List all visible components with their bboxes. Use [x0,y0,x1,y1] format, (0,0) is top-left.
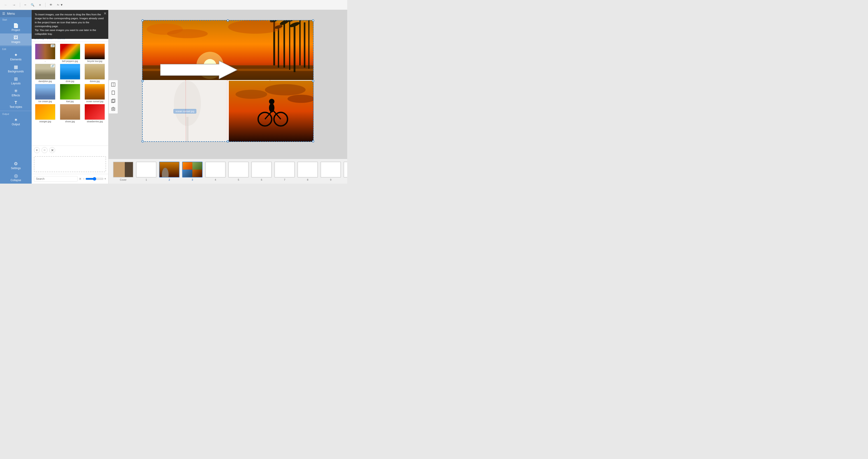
sidebar-item-backgrounds-label: Backgrounds [8,70,24,73]
page-thumb-9[interactable]: 9 [320,162,341,181]
zoom-minus[interactable]: − [83,177,85,180]
image-thumb-kiwi [60,84,80,100]
image-item-icecream[interactable]: ice cream.jpg [33,84,57,103]
page-thumb-cover[interactable]: Cover [113,162,133,181]
zoom-in-button[interactable]: + [37,2,42,8]
svg-rect-36 [142,81,228,142]
image-item-bellpeppers[interactable]: bell peppers.jpg [58,43,82,62]
images-panel: ✕ To insert images, use the mouse to dra… [32,10,108,184]
sidebar-item-effects[interactable]: ✳ Effects [0,87,32,99]
page-thumb-4[interactable]: 4 [205,162,225,181]
image-item-bicycle[interactable]: bicycle tour.jpg [83,43,106,62]
image-item-shoes[interactable]: shoes.jpg [58,104,82,123]
page-thumb-7[interactable]: 7 [274,162,295,181]
svg-point-42 [269,99,274,104]
tray-add-button[interactable]: + [34,147,40,153]
edit-section-label: Edit [0,47,32,51]
sidebar-item-images-label: Images [11,40,20,43]
page-strip: Cover 1 [108,159,347,184]
zoom-slider: − + [83,176,106,182]
page-thumb-5[interactable]: 5 [228,162,249,181]
output-section-label: Output [0,112,32,116]
sidebar-item-output-label: Output [12,123,20,126]
image-item-drink[interactable]: drink.jpg [58,64,82,83]
image-grid: 🔗 - bell peppers.jpg bicycle tour.jpg [32,42,108,146]
image-row-3: ice cream.jpg kiwi.jpg ocean sunset.jpg [33,84,106,103]
start-section-label: Start [0,17,32,22]
image-label-dandelion: dandylion.jpg [38,80,52,83]
image-item-kiwi[interactable]: kiwi.jpg [58,84,82,103]
page-thumb-6[interactable]: 6 [251,162,272,181]
sidebar-item-collapse-label: Collapse [11,179,21,182]
svg-rect-20 [289,20,290,70]
sidebar-item-collapse[interactable]: ◎ Collapse [0,172,32,184]
svg-rect-61 [344,162,347,178]
tray-drop-zone[interactable] [34,156,106,172]
image-item-thumb-first[interactable]: 🔗 - [33,43,57,62]
sidebar-item-elements[interactable]: ✦ Elements [0,51,32,63]
thumb-cell-3 [183,170,192,177]
sidebar-item-settings-label: Settings [11,166,21,170]
tooltip-close-button[interactable]: ✕ [103,11,106,16]
svg-rect-58 [275,162,295,178]
used-badge-dandelion: 🔗 [51,64,55,67]
image-thumb-dandelion: 🔗 [35,64,55,80]
image-label-strawberries: strawberries.jpg [87,120,103,123]
svg-rect-57 [252,162,272,178]
sidebar-item-textstyles[interactable]: T Text styles [0,99,32,110]
sidebar-item-backgrounds[interactable]: ▦ Backgrounds [0,63,32,75]
zoom-out-button[interactable]: − [23,2,28,8]
left-sidebar: ☰ Menu Start 📄 Project 🖼 Images Edit ✦ E… [0,10,32,184]
image-item-strawberries[interactable]: strawberries.jpg [83,104,106,123]
page-thumb-frame-4 [205,162,225,178]
collapse-icon: ◎ [14,174,18,178]
image-item-dunes[interactable]: dunes.jpg [83,64,106,83]
sidebar-item-images[interactable]: 🖼 Images [0,33,32,45]
menu-row[interactable]: ☰ Menu [0,10,32,17]
sidebar-item-project-label: Project [11,29,20,32]
search-clear-button[interactable]: ✕ [79,177,82,181]
image-row-1: 🔗 - bell peppers.jpg bicycle tour.jpg [33,43,106,62]
tray-clear-button[interactable]: ✕ [49,147,55,153]
image-item-oceansunset[interactable]: ocean sunset.jpg [83,84,106,103]
sidebar-item-layouts[interactable]: ⊞ Layouts [0,75,32,87]
page-thumb-frame-7 [274,162,295,178]
image-label-bellpeppers: bell peppers.jpg [62,60,78,62]
tools-button[interactable]: ✁ ▼ [56,2,64,7]
page-thumb-frame-1 [136,162,156,178]
preview-button[interactable]: 👁 [48,2,54,7]
toolbar-separator-1 [20,3,20,7]
image-item-oranges[interactable]: oranges.jpg [33,104,57,123]
image-item-dandelion[interactable]: 🔗 dandylion.jpg [33,64,57,83]
page-thumb-10[interactable]: 10 [344,162,347,181]
sidebar-item-settings[interactable]: ⚙ Settings [0,160,32,172]
search-input[interactable] [34,176,78,182]
page-thumb-8[interactable]: 8 [298,162,318,181]
tooltip-box: ✕ To insert images, use the mouse to dra… [32,10,108,39]
image-label-kiwi: kiwi.jpg [66,100,74,103]
sidebar-item-project[interactable]: 📄 Project [0,22,32,33]
svg-rect-15 [142,65,313,80]
zoom-plus[interactable]: + [104,177,106,180]
toolbar-separator-2 [45,3,45,7]
layouts-icon: ⊞ [14,76,18,81]
canvas-viewport[interactable]: ocean sunset.jpg [108,10,347,159]
page-thumb-2[interactable]: 2 [159,162,180,181]
zoom-fit-button[interactable]: 🔍 [29,2,36,7]
sidebar-item-output[interactable]: ✶ Output [0,116,32,128]
undo-button[interactable]: ← [3,2,9,8]
panel-search-bar: ✕ − + [32,174,108,184]
page1-thumb-svg [136,162,156,178]
redo-button[interactable]: → [11,2,17,8]
image-thumb-icecream [35,84,55,100]
image-thumb-strawberries [85,104,105,120]
textstyles-icon: T [15,101,17,105]
page-canvas[interactable]: ocean sunset.jpg [142,20,314,142]
svg-point-39 [265,84,306,95]
page-thumb-1[interactable]: 1 [136,162,156,181]
zoom-range-input[interactable] [86,176,103,182]
hamburger-icon: ☰ [2,12,5,16]
tray-remove-button[interactable]: − [41,147,48,153]
svg-rect-52 [136,162,156,178]
page-thumb-3[interactable]: 3 [182,162,203,181]
